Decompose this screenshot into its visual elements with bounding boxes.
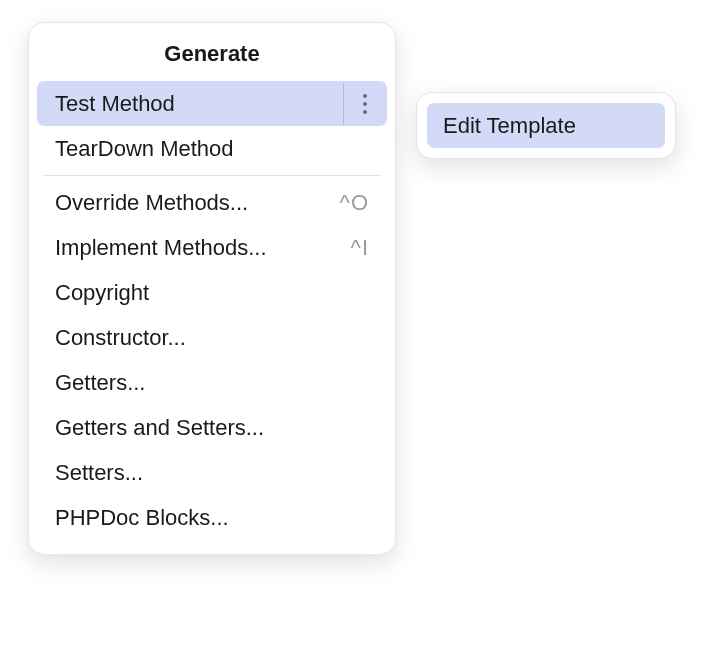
menu-item-getters-and-setters[interactable]: Getters and Setters...	[37, 405, 387, 450]
menu-title: Generate	[29, 41, 395, 67]
submenu-item-edit-template[interactable]: Edit Template	[427, 103, 665, 148]
menu-item-label: Implement Methods...	[49, 235, 351, 261]
generate-menu-panel: Generate Test Method TearDown Method Ove…	[28, 22, 396, 555]
menu-item-shortcut: ^I	[351, 235, 369, 261]
menu-item-constructor[interactable]: Constructor...	[37, 315, 387, 360]
menu-item-override-methods[interactable]: Override Methods... ^O	[37, 180, 387, 225]
menu-item-label: Constructor...	[49, 325, 369, 351]
menu-item-label: TearDown Method	[49, 136, 369, 162]
menu-item-label: Override Methods...	[49, 190, 340, 216]
menu-item-label: Copyright	[49, 280, 369, 306]
menu-item-label: Setters...	[49, 460, 369, 486]
submenu-panel: Edit Template	[416, 92, 676, 159]
menu-item-test-method[interactable]: Test Method	[37, 81, 387, 126]
menu-item-setters[interactable]: Setters...	[37, 450, 387, 495]
ellipsis-vertical-icon	[357, 94, 373, 114]
menu-item-label: Getters...	[49, 370, 369, 396]
menu-item-label: Test Method	[49, 91, 339, 117]
more-options-button[interactable]	[343, 83, 385, 124]
menu-item-shortcut: ^O	[340, 190, 369, 216]
menu-item-label: Getters and Setters...	[49, 415, 369, 441]
menu-separator	[43, 175, 381, 176]
menu-item-label: PHPDoc Blocks...	[49, 505, 369, 531]
submenu-item-label: Edit Template	[443, 113, 576, 139]
menu-item-getters[interactable]: Getters...	[37, 360, 387, 405]
menu-item-implement-methods[interactable]: Implement Methods... ^I	[37, 225, 387, 270]
menu-item-teardown-method[interactable]: TearDown Method	[37, 126, 387, 171]
menu-item-copyright[interactable]: Copyright	[37, 270, 387, 315]
menu-item-phpdoc-blocks[interactable]: PHPDoc Blocks...	[37, 495, 387, 540]
